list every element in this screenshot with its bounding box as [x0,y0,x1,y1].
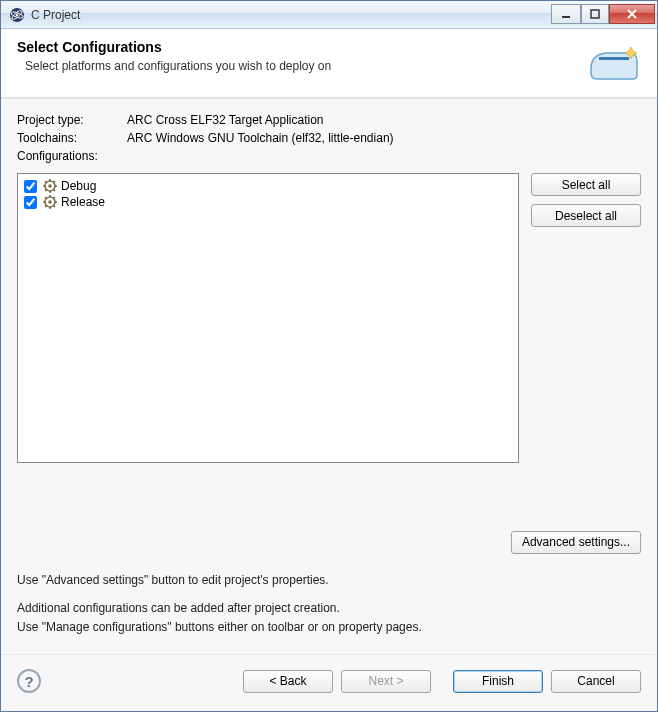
select-all-button[interactable]: Select all [531,173,641,196]
svg-rect-5 [591,10,599,18]
hint-line: Use "Manage configurations" buttons eith… [17,619,641,636]
project-type-label: Project type: [17,113,127,127]
app-icon [9,7,25,23]
dialog-window: C Project Select Configurations Select p… [0,0,658,712]
wizard-banner-icon [585,39,641,83]
finish-button[interactable]: Finish [453,670,543,693]
help-icon[interactable]: ? [17,669,41,693]
svg-point-3 [16,13,19,16]
cancel-button[interactable]: Cancel [551,670,641,693]
wizard-header: Select Configurations Select platforms a… [1,29,657,98]
configurations-label: Configurations: [17,149,127,163]
window-controls [551,4,655,24]
maximize-button[interactable] [581,4,609,24]
project-type-value: ARC Cross ELF32 Target Application [127,113,324,127]
toolchains-value: ARC Windows GNU Toolchain (elf32, little… [127,131,394,145]
config-label: Release [61,195,105,209]
svg-point-8 [48,184,52,188]
config-checkbox-debug[interactable] [24,180,37,193]
deselect-all-button[interactable]: Deselect all [531,204,641,227]
svg-line-15 [45,190,46,191]
close-button[interactable] [609,4,655,24]
svg-rect-6 [599,57,629,60]
wizard-footer: ? < Back Next > Finish Cancel [1,655,657,711]
gear-icon [43,195,57,209]
svg-line-26 [54,197,55,198]
minimize-button[interactable] [551,4,581,24]
svg-point-18 [48,200,52,204]
window-title: C Project [31,8,551,22]
svg-line-14 [54,190,55,191]
svg-line-23 [45,197,46,198]
next-button: Next > [341,670,431,693]
svg-line-25 [45,206,46,207]
page-subtitle: Select platforms and configurations you … [17,59,575,73]
back-button[interactable]: < Back [243,670,333,693]
titlebar[interactable]: C Project [1,1,657,29]
advanced-settings-button[interactable]: Advanced settings... [511,531,641,554]
list-item[interactable]: Debug [24,178,512,194]
svg-rect-4 [562,16,570,18]
wizard-content: Project type: ARC Cross ELF32 Target App… [1,98,657,655]
gear-icon [43,179,57,193]
list-item[interactable]: Release [24,194,512,210]
configurations-list[interactable]: Debug Release [17,173,519,463]
svg-line-16 [54,181,55,182]
config-label: Debug [61,179,96,193]
toolchains-label: Toolchains: [17,131,127,145]
page-title: Select Configurations [17,39,575,55]
svg-line-24 [54,206,55,207]
svg-line-13 [45,181,46,182]
hint-text: Use "Advanced settings" button to edit p… [17,572,641,638]
hint-line: Additional configurations can be added a… [17,600,641,617]
hint-line: Use "Advanced settings" button to edit p… [17,572,641,589]
config-checkbox-release[interactable] [24,196,37,209]
